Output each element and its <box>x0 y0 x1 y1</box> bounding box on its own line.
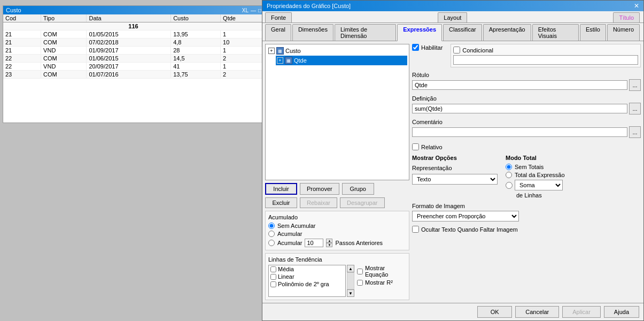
passos-input[interactable] <box>305 239 323 247</box>
ajuda-button[interactable]: Ajuda <box>604 306 639 318</box>
representacao-select[interactable]: Texto Linha Barra <box>412 174 498 185</box>
spin-down[interactable]: ▼ <box>326 243 332 247</box>
cell-tipo: VND <box>41 63 87 71</box>
passos-row: Acumular ▲ ▼ Passos Anteriores <box>268 239 406 247</box>
tabs-row2: Geral Dimensões Limites de Dimensão Expr… <box>262 23 643 41</box>
cell-cod: 23 <box>3 71 41 79</box>
representacao-select-row: Texto Linha Barra <box>412 174 498 185</box>
custo-table: Cod Tipo Data Custo Qtde 116 21COM01/05/… <box>3 14 264 79</box>
title-controls[interactable]: XL — □ <box>242 7 261 13</box>
tendencia-options: Mostrar Equação Mostrar R² <box>357 265 406 297</box>
radio-total-expressao[interactable]: Total da Expressão <box>506 172 565 178</box>
soma-select[interactable]: Soma <box>515 180 563 190</box>
tendencia-scrollbar: ▲ ▼ <box>347 265 354 297</box>
custo-window: Custo XL — □ Cod Tipo Data Custo Qtde 11… <box>3 5 265 123</box>
cell-custo: 41 <box>171 63 221 71</box>
tab-layout[interactable]: Layout <box>438 12 467 22</box>
aplicar-button[interactable]: Aplicar <box>562 306 601 318</box>
definicao-group: Definição ... <box>412 95 641 114</box>
excluir-button[interactable]: Excluir <box>265 197 297 208</box>
cell-custo: 14,5 <box>171 55 221 63</box>
table-row: 22COM01/06/201514,52 <box>3 55 264 63</box>
condicional-check[interactable]: Condicional <box>453 47 638 54</box>
radio-acumular[interactable]: Acumular <box>268 231 406 237</box>
rotulo-input[interactable] <box>412 80 627 90</box>
qtde-icon: ▦ <box>285 57 292 64</box>
expand-qtde[interactable]: + <box>277 57 283 64</box>
tab-classificar[interactable]: Classificar <box>443 24 482 41</box>
cell-cod: 21 <box>3 39 41 47</box>
cell-cod: 22 <box>3 63 41 71</box>
representacao-label: Representação <box>412 165 498 171</box>
incluir-button[interactable]: Incluir <box>265 183 297 195</box>
cell-tipo: COM <box>41 39 87 47</box>
expressions-panel: + ▦ Custo + ▦ Qtde Incluir Promover Grup <box>265 44 409 300</box>
expand-custo[interactable]: + <box>268 48 275 54</box>
tab-efeitos[interactable]: Efeitos Visuais <box>532 24 579 41</box>
tendencia-title: Linhas de Tendência <box>268 256 406 263</box>
col-data: Data <box>87 14 171 22</box>
cell-custo: 4,8 <box>171 39 221 47</box>
right-panel: Habilitar Condicional Rótulo ... <box>412 44 641 300</box>
acumulado-section: Acumulado Sem Acumular Acumular Acumular <box>265 211 409 250</box>
tree-item-custo[interactable]: + ▦ Custo <box>267 46 407 56</box>
cell-tipo: COM <box>41 30 87 39</box>
linear-label: Linear <box>278 273 294 280</box>
definicao-input[interactable] <box>412 104 627 113</box>
tab-estilo[interactable]: Estilo <box>580 24 606 41</box>
grupo-button[interactable]: Grupo <box>342 183 374 195</box>
radio-sem-acumular[interactable]: Sem Acumular <box>268 223 406 229</box>
tab-fonte[interactable]: Fonte <box>265 12 292 22</box>
tendencia-media[interactable]: Média <box>269 265 345 273</box>
definicao-browse-btn[interactable]: ... <box>629 103 641 114</box>
relativo-label: Relativo <box>421 144 443 150</box>
tendencia-polinomio[interactable]: Polinômio de 2º gra <box>269 280 345 288</box>
cancelar-button[interactable]: Cancelar <box>515 306 559 318</box>
ok-button[interactable]: OK <box>477 306 512 318</box>
tendencia-linear[interactable]: Linear <box>269 273 345 280</box>
maximize-control[interactable]: □ <box>258 7 261 13</box>
radio-soma[interactable] <box>506 182 513 189</box>
rotulo-browse-btn[interactable]: ... <box>629 79 641 91</box>
tabs-row1: Fonte Layout Título <box>262 11 643 23</box>
formato-label: Formato de Imagem <box>412 203 641 209</box>
tab-titulo[interactable]: Título <box>613 12 640 22</box>
comentario-input[interactable] <box>412 127 627 137</box>
tab-numero[interactable]: Número <box>607 24 640 41</box>
condicional-input[interactable] <box>453 55 638 65</box>
rebaixar-button[interactable]: Rebaixar <box>300 197 337 208</box>
habilitar-check[interactable]: Habilitar <box>412 44 443 51</box>
tab-dimensoes[interactable]: Dimensões <box>292 24 333 41</box>
tendencia-list: Média Linear Polinômio de 2º gra <box>268 265 346 297</box>
cell-custo: 13,95 <box>171 30 221 39</box>
xl-control[interactable]: XL <box>242 7 249 13</box>
mostrar-r2[interactable]: Mostrar R² <box>357 279 406 286</box>
comentario-browse-btn[interactable]: ... <box>629 126 641 138</box>
scroll-down[interactable]: ▼ <box>347 289 354 297</box>
rotulo-group: Rótulo ... <box>412 72 641 91</box>
tab-limites[interactable]: Limites de Dimensão <box>335 24 396 41</box>
desagrupar-button[interactable]: Desagrupar <box>340 197 384 208</box>
custo-title: Custo <box>6 7 21 13</box>
scroll-up[interactable]: ▲ <box>347 265 354 272</box>
close-button[interactable]: ✕ <box>634 2 639 10</box>
cell-data: 01/07/2016 <box>87 71 171 79</box>
col-custo: Custo <box>171 14 221 22</box>
formato-select[interactable]: Preencher com Proporção Ajustar Esticar <box>412 211 519 221</box>
tab-geral[interactable]: Geral <box>265 24 291 41</box>
cell-cod: 22 <box>3 55 41 63</box>
media-label: Média <box>278 266 294 272</box>
relativo-check[interactable]: Relativo <box>412 143 641 150</box>
mostrar-equacao[interactable]: Mostrar Equação <box>357 265 406 278</box>
minimize-control[interactable]: — <box>251 7 256 13</box>
radio-sem-totais[interactable]: Sem Totais <box>506 164 565 170</box>
tab-expressoes[interactable]: Expressões <box>397 24 442 41</box>
promover-button[interactable]: Promover <box>300 183 339 195</box>
radio-passos[interactable] <box>268 240 275 246</box>
formato-section: Formato de Imagem Preencher com Proporçã… <box>412 203 641 221</box>
ocultar-check[interactable]: Ocultar Texto Quando Faltar Imagem <box>412 226 641 233</box>
spin-up[interactable]: ▲ <box>326 239 332 243</box>
cell-data: 01/09/2017 <box>87 47 171 55</box>
tab-apresentacao[interactable]: Apresentação <box>483 24 531 41</box>
tree-item-qtde[interactable]: + ▦ Qtde <box>276 56 407 65</box>
